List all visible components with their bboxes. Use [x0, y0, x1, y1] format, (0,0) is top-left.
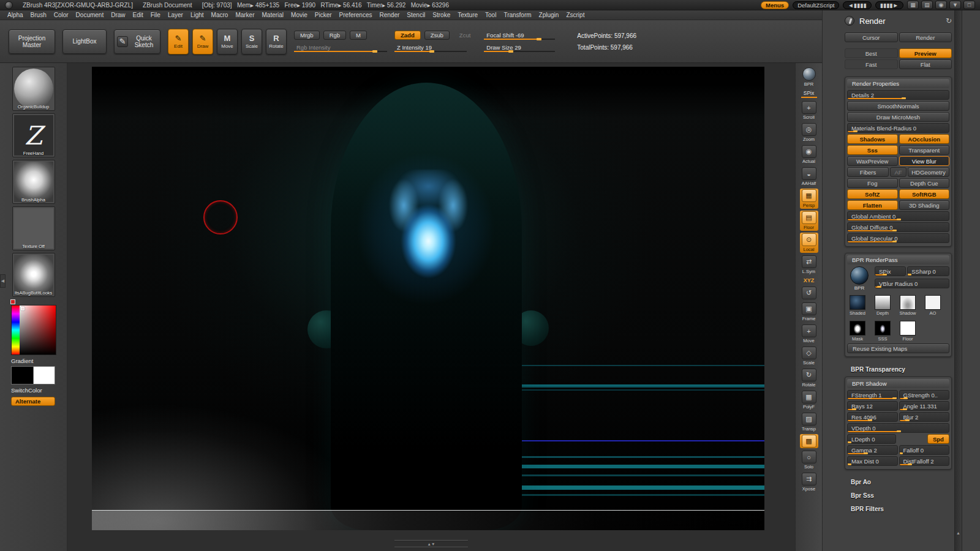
- panel-preview[interactable]: Preview: [899, 48, 952, 58]
- panel-cursor[interactable]: Cursor: [845, 32, 898, 42]
- shadow-falloff-0[interactable]: Falloff 0: [899, 445, 950, 455]
- menu-transform[interactable]: Transform: [503, 12, 531, 18]
- menu-edit[interactable]: Edit: [133, 12, 143, 18]
- strip-move[interactable]: +Move: [800, 324, 818, 344]
- menu-tool[interactable]: Tool: [485, 12, 496, 18]
- canvas-scroll-handle[interactable]: ▲▼: [394, 540, 468, 548]
- tool-scale[interactable]: SScale: [241, 29, 262, 54]
- strip-xpose[interactable]: ⇉Xpose: [800, 472, 818, 492]
- focal-shift-slider[interactable]: Focal Shift -69: [484, 31, 555, 40]
- shadow-blur-2[interactable]: Blur 2: [899, 412, 950, 422]
- shadow-gstrength-0[interactable]: GStrength 0..: [899, 390, 950, 400]
- prop-aocclusion[interactable]: AOcclusion: [899, 134, 950, 144]
- prop-materials-blend-radius-0[interactable]: Materials Blend-Radius 0: [847, 123, 949, 133]
- shadow-rays-12[interactable]: Rays 12: [847, 401, 898, 411]
- menu-movie[interactable]: Movie: [291, 12, 307, 18]
- zadd-button[interactable]: Zadd: [394, 31, 421, 40]
- shadow-gamma-2[interactable]: Gamma 2: [847, 445, 898, 455]
- shadow-vdepth-0[interactable]: VDepth 0: [847, 423, 949, 433]
- menu-document[interactable]: Document: [76, 12, 104, 18]
- strip-spix[interactable]: SPix: [799, 89, 819, 99]
- lightbox-button[interactable]: LightBox: [62, 29, 107, 54]
- mrgb-button[interactable]: Mrgb: [294, 31, 320, 40]
- menu-layer[interactable]: Layer: [168, 12, 183, 18]
- strip-xyz[interactable]: XYZ: [802, 277, 816, 284]
- rgb-intensity-slider[interactable]: Rgb Intensity: [294, 43, 387, 52]
- lock-icon[interactable]: ◉: [935, 1, 947, 9]
- alternate-button[interactable]: Alternate: [11, 397, 55, 406]
- tool-draw[interactable]: ✎Draw: [192, 29, 213, 54]
- saturation-value-area[interactable]: [20, 305, 56, 354]
- strip-frame[interactable]: ▣Frame: [800, 302, 818, 322]
- menu-alpha[interactable]: Alpha: [7, 12, 23, 18]
- section-header-bpr-shadow[interactable]: BPR Shadow: [847, 379, 949, 388]
- document-canvas[interactable]: [92, 67, 764, 530]
- section-header-render-properties[interactable]: Render Properties: [847, 79, 949, 88]
- pass-thumb-shadow[interactable]: Shadow: [899, 295, 916, 316]
- zcut-button[interactable]: Zcut: [453, 31, 477, 40]
- main-color-swatch[interactable]: [11, 366, 34, 384]
- prop-shadows[interactable]: Shadows: [847, 134, 898, 144]
- shadow-spd[interactable]: Spd: [927, 434, 949, 444]
- prop-global-ambient-0[interactable]: Global Ambient 0: [847, 211, 949, 221]
- thumb-itsabugbutitlooks[interactable]: ItsABugButItLooks: [12, 253, 55, 297]
- prop-view-blur[interactable]: View Blur: [899, 156, 950, 166]
- strip-local[interactable]: ⊙Local: [800, 233, 818, 253]
- thumb-texture-off[interactable]: Texture Off: [12, 206, 55, 250]
- shadow-ldepth-0[interactable]: LDepth 0: [847, 434, 896, 444]
- strip-scroll[interactable]: +Scroll: [800, 100, 818, 121]
- menu-color[interactable]: Color: [54, 12, 69, 18]
- prop-softz[interactable]: SoftZ: [847, 189, 898, 199]
- prop-3d-shading[interactable]: 3D Shading: [899, 200, 950, 210]
- menu-light[interactable]: Light: [190, 12, 204, 18]
- tool-move[interactable]: MMove: [217, 29, 238, 54]
- menu-brush[interactable]: Brush: [31, 12, 47, 18]
- shadow-angle-11-331[interactable]: Angle 11.331: [899, 401, 950, 411]
- rgb-button[interactable]: Rgb: [323, 31, 346, 40]
- strip-bpr[interactable]: BPR: [801, 67, 818, 88]
- pass-vblur-radius-0[interactable]: VBlur Radius 0: [875, 279, 949, 288]
- strip-polyf[interactable]: ▦PolyF: [800, 390, 818, 410]
- pass-thumb-sss[interactable]: SSS: [874, 321, 891, 342]
- strip-floor[interactable]: ▤Floor: [800, 211, 818, 231]
- tool-edit[interactable]: ✎Edit: [168, 29, 189, 54]
- menu-marker[interactable]: Marker: [235, 12, 254, 18]
- strip-transp[interactable]: ▨Transp: [800, 412, 818, 432]
- projection-master-button[interactable]: Projection Master: [9, 29, 55, 54]
- prop-global-specular-0[interactable]: Global Specular 0: [847, 233, 949, 243]
- prop-waxpreview[interactable]: WaxPreview: [847, 156, 898, 166]
- menu-material[interactable]: Material: [262, 12, 284, 18]
- pass-ssharp-0[interactable]: SSharp 0: [907, 266, 949, 276]
- menu-stencil[interactable]: Stencil: [407, 12, 425, 18]
- prop-depth-cue[interactable]: Depth Cue: [899, 178, 950, 188]
- menu-macro[interactable]: Macro: [211, 12, 228, 18]
- zsub-button[interactable]: Zsub: [424, 31, 450, 40]
- hue-strip[interactable]: [12, 305, 20, 354]
- window-icon[interactable]: □: [963, 1, 975, 9]
- secondary-color-swatch[interactable]: [34, 366, 56, 384]
- z-intensity-slider[interactable]: Z Intensity 19: [394, 43, 467, 52]
- strip-rotate-view-icon[interactable]: ↺: [800, 286, 818, 300]
- tray-slider-left[interactable]: ◄▮▮▮▮: [843, 1, 871, 9]
- thumb-brushalpha[interactable]: BrushAlpha: [12, 160, 55, 204]
- prop-transparent[interactable]: Transparent: [899, 145, 950, 155]
- prop-flatten[interactable]: Flatten: [847, 200, 898, 210]
- menu-zplugin[interactable]: Zplugin: [539, 12, 559, 18]
- panel-scrollbar[interactable]: ▲: [954, 10, 962, 551]
- prop-global-diffuse-0[interactable]: Global Diffuse 0: [847, 222, 949, 232]
- strip-actual[interactable]: ◉Actual: [800, 144, 818, 165]
- strip-rotate[interactable]: ↻Rotate: [800, 368, 818, 388]
- tool-rotate[interactable]: RRotate: [266, 29, 287, 54]
- pass-spix[interactable]: SPix: [875, 266, 906, 276]
- color-picker[interactable]: [11, 305, 56, 355]
- panel-flat[interactable]: Flat: [899, 59, 952, 69]
- pass-thumb-mask[interactable]: Mask: [849, 321, 866, 342]
- pass-thumb-floor[interactable]: Floor: [899, 321, 916, 342]
- strip-persp[interactable]: ▦Persp: [800, 189, 818, 209]
- pass-thumb-depth[interactable]: Depth: [874, 295, 891, 316]
- shadow-fstrength-1[interactable]: FStrength 1: [847, 390, 898, 400]
- strip-solo[interactable]: ○Solo: [800, 450, 818, 470]
- prop-hdgeometry[interactable]: HDGeometry: [908, 167, 949, 177]
- prop-details-2[interactable]: Details 2: [847, 90, 949, 100]
- menu-preferences[interactable]: Preferences: [339, 12, 372, 18]
